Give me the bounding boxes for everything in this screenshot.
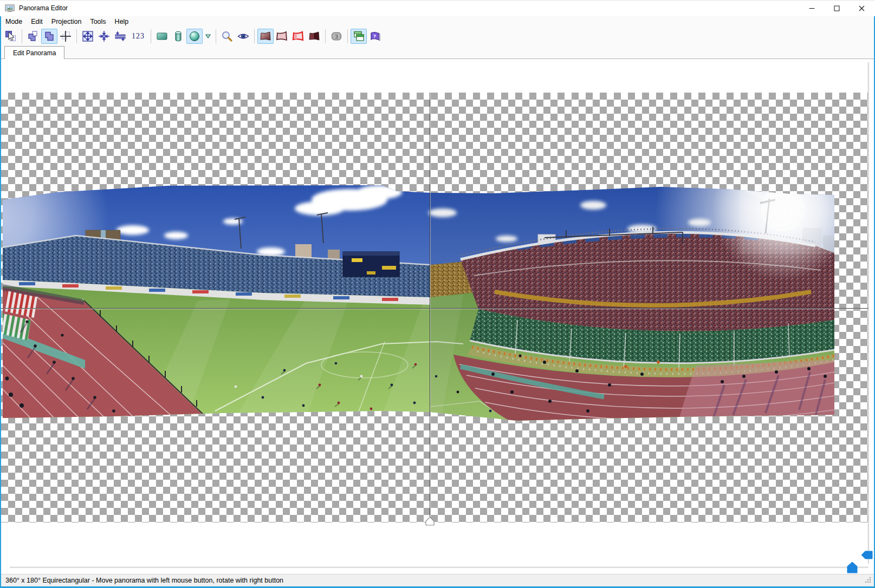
zoom-button[interactable] — [219, 29, 235, 44]
rectilinear-projection-icon — [155, 30, 168, 43]
toolbar-separator — [76, 29, 77, 43]
toolbar: 123 — [1, 27, 874, 46]
drag-mode-positions-button[interactable] — [57, 29, 74, 44]
toolbar-separator — [216, 29, 216, 43]
image-quad-light-icon — [275, 30, 288, 43]
drag-mode-normal-button[interactable] — [25, 29, 41, 44]
image-quad-filled-icon — [259, 30, 272, 43]
toolbar-separator — [22, 29, 22, 43]
numerical-transform-label: 123 — [132, 32, 145, 41]
menu-bar: Mode Edit Projection Tools Help — [1, 16, 874, 27]
horizontal-slider-handle[interactable] — [846, 561, 858, 576]
center-icon — [98, 30, 111, 43]
tab-bar: Edit Panorama — [1, 46, 874, 59]
resize-grip[interactable] — [864, 576, 872, 585]
overlapping-shapes-icon — [27, 30, 40, 43]
title-bar[interactable]: Panorama Editor — [0, 0, 875, 16]
straighten-panorama-button[interactable] — [112, 29, 128, 44]
drag-mode-single-button[interactable] — [41, 29, 57, 44]
toolbar-separator — [151, 29, 151, 43]
select-tool-button[interactable] — [3, 29, 19, 44]
fit-panorama-button[interactable] — [80, 29, 96, 44]
projection-cylindrical-button[interactable] — [170, 29, 186, 44]
help-book-icon: ? — [368, 30, 381, 43]
menu-tools[interactable]: Tools — [86, 16, 110, 27]
menu-mode[interactable]: Mode — [1, 16, 27, 27]
fit-icon — [81, 30, 94, 43]
help-button[interactable]: ? — [367, 29, 383, 44]
numerical-transform-button[interactable]: 123 — [128, 29, 148, 44]
close-button[interactable] — [849, 0, 874, 16]
magnifier-icon — [221, 30, 234, 43]
window-controls — [799, 0, 874, 16]
guide-handle[interactable] — [425, 517, 435, 528]
app-icon[interactable] — [5, 4, 15, 12]
menu-edit[interactable]: Edit — [27, 16, 47, 27]
projection-rectilinear-button[interactable] — [154, 29, 170, 44]
minimize-icon — [809, 5, 815, 11]
image-quad-folded-icon — [308, 30, 321, 43]
triangle-down-icon — [204, 32, 212, 41]
panorama-editor-window: Panorama Editor Mode Edit Projection Too… — [0, 0, 875, 588]
panorama-canvas[interactable] — [3, 184, 834, 422]
menu-projection[interactable]: Projection — [47, 16, 86, 27]
toolbar-separator — [254, 29, 255, 43]
tab-edit-panorama[interactable]: Edit Panorama — [4, 46, 64, 59]
window-border-left — [0, 16, 1, 588]
straighten-icon — [114, 30, 127, 43]
image-quad-red-border-icon — [291, 30, 304, 43]
projection-more-button[interactable] — [203, 29, 213, 44]
close-icon — [859, 5, 865, 11]
maximize-icon — [834, 5, 840, 11]
cylindrical-projection-icon — [172, 30, 185, 43]
vertical-center-guide — [430, 93, 430, 517]
preview-button[interactable] — [235, 29, 251, 44]
tab-label: Edit Panorama — [13, 49, 56, 57]
eye-icon — [237, 30, 250, 43]
help-glyph: ? — [373, 33, 377, 39]
status-bar: 360° x 180° Equirectangular - Move panor… — [1, 574, 874, 586]
show-active-image-button[interactable] — [290, 29, 306, 44]
single-shape-icon — [43, 30, 56, 43]
number-badge-icon: 3 — [330, 30, 343, 43]
select-tool-icon — [4, 30, 17, 43]
center-panorama-button[interactable] — [96, 29, 112, 44]
show-selected-images-button[interactable] — [274, 29, 290, 44]
editor-canvas — [1, 59, 874, 574]
status-text: 360° x 180° Equirectangular - Move panor… — [5, 577, 283, 584]
toolbar-separator — [325, 29, 326, 43]
sphere-projection-icon — [188, 30, 201, 43]
crosshair-shapes-icon — [59, 30, 72, 43]
maximize-button[interactable] — [824, 0, 849, 16]
window-title: Panorama Editor — [19, 4, 68, 12]
vertical-slider-handle[interactable] — [861, 551, 873, 561]
menu-help[interactable]: Help — [111, 16, 133, 27]
window-border-top — [0, 0, 875, 1]
panorama-image — [3, 184, 834, 422]
horizontal-center-guide — [1, 308, 868, 309]
projection-equirectangular-button[interactable] — [186, 29, 203, 44]
minimize-button[interactable] — [799, 0, 824, 16]
toolbar-separator — [347, 29, 348, 43]
vertical-slider-track[interactable] — [868, 62, 868, 564]
show-panel-button[interactable] — [351, 29, 367, 44]
windows-panel-icon — [352, 30, 365, 43]
show-all-images-button[interactable] — [257, 29, 274, 44]
image-number-button[interactable]: 3 — [328, 29, 345, 44]
darken-inactive-images-button[interactable] — [306, 29, 322, 44]
horizontal-slider-track[interactable] — [10, 567, 868, 567]
image-number-label: 3 — [335, 33, 338, 40]
